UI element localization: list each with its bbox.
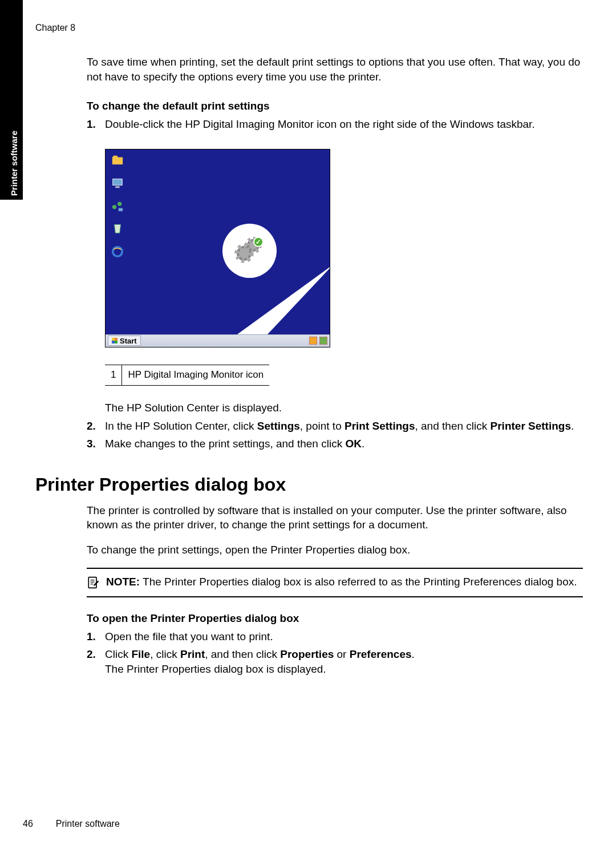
hp-digital-imaging-monitor-icon: ✓ (237, 238, 262, 264)
subheading-open-dialog: To open the Printer Properties dialog bo… (87, 612, 583, 625)
svg-rect-4 (119, 208, 123, 212)
svg-point-2 (112, 205, 116, 209)
start-button: Start (108, 335, 141, 346)
text: Click (105, 648, 131, 660)
step-a: Open the file that you want to print. (87, 629, 583, 644)
step-1: Double-click the HP Digital Imaging Moni… (87, 117, 583, 415)
note-icon (87, 576, 99, 589)
sidebar-label: Printer software (9, 131, 19, 196)
intro-paragraph: To save time when printing, set the defa… (87, 55, 583, 84)
step-b-line2: The Printer Properties dialog box is dis… (105, 663, 326, 675)
spotlight-circle: ✓ (222, 224, 277, 278)
body-paragraph-2: To change the print settings, open the P… (87, 543, 583, 557)
note-content: NOTE: The Printer Properties dialog box … (106, 575, 577, 589)
svg-rect-1 (115, 186, 119, 188)
page-content: Chapter 8 To save time when printing, se… (35, 23, 583, 680)
svg-rect-0 (113, 179, 123, 185)
bold: Preferences (350, 648, 412, 660)
windows-flag-icon (112, 338, 117, 343)
table-row: 1 HP Digital Imaging Monitor icon (105, 365, 269, 385)
legend-number: 1 (105, 365, 122, 385)
subheading-change-settings: To change the default print settings (87, 100, 583, 112)
bold: Printer Settings (491, 420, 571, 432)
note-text: The Printer Properties dialog box is als… (140, 576, 577, 588)
desktop-area: ✓ (106, 149, 330, 334)
windows-taskbar: Start (106, 334, 330, 347)
screenshot-legend-table: 1 HP Digital Imaging Monitor icon (105, 365, 269, 386)
text: , point to (300, 420, 345, 432)
page-number: 46 (23, 819, 33, 829)
text: , and then click (415, 420, 491, 432)
text: or (334, 648, 349, 660)
my-computer-icon (111, 177, 124, 189)
step-2: In the HP Solution Center, click Setting… (87, 419, 583, 434)
bold: Print Settings (345, 420, 415, 432)
note-block: NOTE: The Printer Properties dialog box … (87, 568, 583, 597)
bold: Settings (257, 420, 300, 432)
bold: Print (180, 648, 205, 660)
text: . (412, 648, 415, 660)
text: Make changes to the print settings, and … (105, 438, 345, 450)
text: In the HP Solution Center, click (105, 420, 257, 432)
desktop-icons-column (111, 154, 124, 258)
text: . (362, 438, 364, 450)
step-3: Make changes to the print settings, and … (87, 436, 583, 451)
text: . (571, 420, 574, 432)
note-label: NOTE: (106, 576, 140, 588)
start-label: Start (120, 336, 137, 346)
chapter-label: Chapter 8 (35, 23, 583, 33)
folder-icon (111, 154, 124, 167)
step-1-result: The HP Solution Center is displayed. (105, 401, 583, 415)
bold: OK (345, 438, 362, 450)
recycle-bin-icon (111, 223, 124, 235)
system-tray (309, 337, 327, 345)
text: , click (150, 648, 180, 660)
bold: File (131, 648, 150, 660)
network-icon (111, 200, 124, 212)
step-b: Click File, click Print, and then click … (87, 647, 583, 676)
section-heading: Printer Properties dialog box (35, 474, 583, 495)
tray-icon-2 (319, 337, 327, 345)
body-paragraph-1: The printer is controlled by software th… (87, 503, 583, 532)
footer-title: Printer software (56, 819, 120, 829)
internet-explorer-icon (111, 245, 124, 258)
screenshot-container: ✓ Start (105, 149, 583, 386)
step-1-text: Double-click the HP Digital Imaging Moni… (105, 118, 535, 130)
steps-list-2: Open the file that you want to print. Cl… (87, 629, 583, 677)
text: , and then click (205, 648, 280, 660)
svg-rect-6 (88, 577, 96, 588)
steps-list-1: Double-click the HP Digital Imaging Moni… (87, 117, 583, 451)
sidebar-black-tab: Printer software (0, 0, 23, 200)
svg-point-3 (117, 202, 121, 206)
page-footer: 46 Printer software (23, 819, 120, 829)
bold: Properties (280, 648, 334, 660)
windows-desktop-screenshot: ✓ Start (105, 149, 330, 347)
text: Open the file that you want to print. (105, 630, 273, 642)
legend-text: HP Digital Imaging Monitor icon (122, 365, 269, 385)
tray-icon-1 (309, 337, 317, 345)
